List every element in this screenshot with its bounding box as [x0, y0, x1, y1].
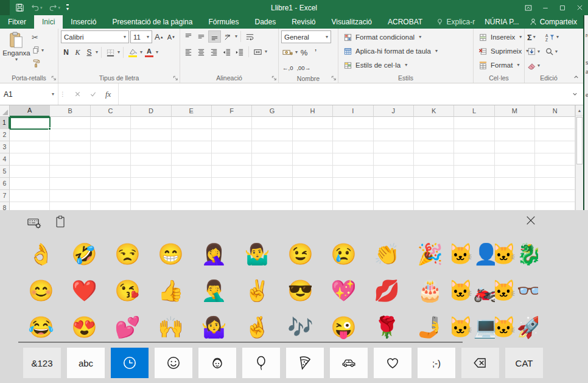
emoji-kiss-mark[interactable]: 💋 — [365, 276, 408, 305]
emoji-astro-cat[interactable]: 🐱‍🚀 — [495, 312, 538, 342]
grid-cell-A2[interactable] — [10, 129, 50, 141]
key-symbols[interactable]: &123 — [23, 348, 61, 378]
grid-cell-D8[interactable] — [131, 202, 171, 210]
grid-cell-H1[interactable] — [293, 117, 333, 129]
emoji-woman-facepalming[interactable]: 🤦‍♀️ — [192, 239, 236, 269]
clear-button[interactable]: ▾ — [527, 60, 540, 71]
grid-cell-K1[interactable] — [414, 117, 454, 129]
emoji-rose[interactable]: 🌹 — [365, 312, 408, 342]
row-header-5[interactable]: 5 — [0, 166, 10, 178]
styles-button-2[interactable]: Aplica-hi format de taula▾ — [341, 44, 471, 58]
emoji-heart-eyes[interactable]: 😍 — [63, 312, 106, 342]
grid-cell-F5[interactable] — [212, 166, 252, 178]
decrease-font-size-button[interactable]: A▼ — [166, 31, 177, 43]
row-header-6[interactable]: 6 — [0, 178, 10, 190]
grid-cell-G1[interactable] — [252, 117, 292, 129]
emoji-face-with-tears-of-joy[interactable]: 😂 — [19, 312, 63, 342]
grid-cell-B7[interactable] — [50, 190, 90, 202]
grid-cell-E1[interactable] — [172, 117, 212, 129]
bold-button[interactable]: N — [61, 46, 71, 58]
grid-cell-J6[interactable] — [374, 178, 414, 190]
formula-bar-handle[interactable]: ⋮ — [58, 91, 67, 97]
expand-formula-bar-icon[interactable] — [567, 91, 583, 97]
align-center-button[interactable] — [195, 46, 207, 58]
grid-cell-N7[interactable] — [535, 190, 575, 202]
grid-cell-M4[interactable] — [495, 153, 535, 166]
grid-cell-G4[interactable] — [252, 153, 292, 166]
grid-cell-E6[interactable] — [172, 178, 212, 190]
grid-cell-G2[interactable] — [252, 129, 292, 141]
grid-cell-K5[interactable] — [414, 166, 454, 178]
grid-cell-G8[interactable] — [252, 202, 292, 210]
tab-dades[interactable]: Dades — [247, 15, 284, 29]
column-header-B[interactable]: B — [50, 105, 90, 117]
collapse-ribbon-icon[interactable] — [573, 74, 579, 80]
grid-cell-A8[interactable] — [10, 202, 50, 210]
grid-cell-A7[interactable] — [10, 190, 50, 202]
tab-f-rmules[interactable]: Fórmules — [200, 15, 247, 29]
grid-cell-I7[interactable] — [333, 190, 373, 202]
grid-cell-G7[interactable] — [252, 190, 292, 202]
grid-cell-C8[interactable] — [91, 202, 131, 210]
styles-button-3[interactable]: Estils de cel·la▾ — [341, 58, 471, 72]
grid-cell-F2[interactable] — [212, 129, 252, 141]
number-dialog-launcher[interactable] — [331, 76, 337, 81]
emoji-dino-cat[interactable]: 🐱‍🐉 — [495, 239, 538, 269]
emoji-thumbs-up[interactable]: 👍 — [149, 276, 192, 305]
accounting-format-button[interactable] — [281, 46, 294, 58]
key-letters[interactable]: abc — [67, 348, 105, 378]
grid-cell-C4[interactable] — [91, 153, 131, 166]
grid-cell-H6[interactable] — [293, 178, 333, 190]
comma-style-button[interactable]: ’ — [310, 46, 321, 58]
grid-cell-L4[interactable] — [454, 153, 494, 166]
grid-cell-F8[interactable] — [212, 202, 252, 210]
decrease-indent-button[interactable] — [221, 46, 233, 58]
row-header-8[interactable]: 8 — [0, 202, 10, 210]
borders-button[interactable] — [105, 46, 116, 58]
grid-cell-L7[interactable] — [454, 190, 494, 202]
grid-cell-F6[interactable] — [212, 178, 252, 190]
font-dialog-launcher[interactable] — [173, 76, 178, 81]
emoji-hacker-cat[interactable]: 🐱‍💻 — [452, 312, 495, 342]
column-header-C[interactable]: C — [91, 105, 131, 117]
tab-fitxer[interactable]: Fitxer — [0, 15, 34, 29]
grid-cell-G6[interactable] — [252, 178, 292, 190]
merge-center-button[interactable] — [252, 46, 264, 58]
close-icon[interactable] — [571, 0, 588, 15]
share-button[interactable]: Comparteix — [529, 18, 577, 26]
grid-cell-B1[interactable] — [50, 117, 90, 129]
undo-icon[interactable]: ▾ — [29, 1, 44, 15]
grid-cell-J5[interactable] — [374, 166, 414, 178]
emoji-raising-hands[interactable]: 🙌 — [149, 312, 192, 342]
grid-cell-N4[interactable] — [535, 153, 575, 166]
sort-filter-button[interactable]: AZ▾ — [545, 32, 559, 43]
clipboard-icon[interactable] — [55, 215, 66, 228]
column-header-L[interactable]: L — [454, 105, 494, 117]
fill-handle[interactable] — [48, 127, 51, 130]
key-hearts[interactable] — [374, 348, 411, 378]
font-size-select[interactable]: 11▾ — [130, 30, 152, 43]
grid-cell-A3[interactable] — [10, 141, 50, 153]
alignment-dialog-launcher[interactable] — [271, 76, 277, 81]
key-smileys[interactable] — [155, 348, 192, 378]
column-header-G[interactable]: G — [252, 105, 292, 117]
tab-presentaci-de-la-p-gina[interactable]: Presentació de la pàgina — [104, 15, 200, 29]
emoji-party-popper[interactable]: 🎉 — [408, 239, 452, 269]
emoji-winking-face[interactable]: 😉 — [279, 239, 322, 269]
grid-cell-C2[interactable] — [91, 129, 131, 141]
grid-cell-B6[interactable] — [50, 178, 90, 190]
vertical-scrollbar[interactable]: ▲ — [575, 105, 583, 210]
key-language[interactable]: CAT — [505, 348, 543, 378]
grid-cell-G5[interactable] — [252, 166, 292, 178]
grid-cell-H7[interactable] — [293, 190, 333, 202]
font-color-button[interactable]: A — [144, 46, 155, 58]
paste-button[interactable]: Enganxa ▾ — [2, 30, 30, 73]
grid-cell-J1[interactable] — [374, 117, 414, 129]
column-header-N[interactable]: N — [535, 105, 575, 117]
emoji-red-heart[interactable]: ❤️ — [63, 276, 106, 305]
emoji-beaming-face[interactable]: 😁 — [149, 239, 192, 269]
tab-revisi-[interactable]: Revisió — [284, 15, 323, 29]
increase-indent-button[interactable] — [234, 46, 245, 58]
emoji-man-shrugging[interactable]: 🤷‍♂️ — [236, 239, 279, 269]
grid-cell-D6[interactable] — [131, 178, 171, 190]
